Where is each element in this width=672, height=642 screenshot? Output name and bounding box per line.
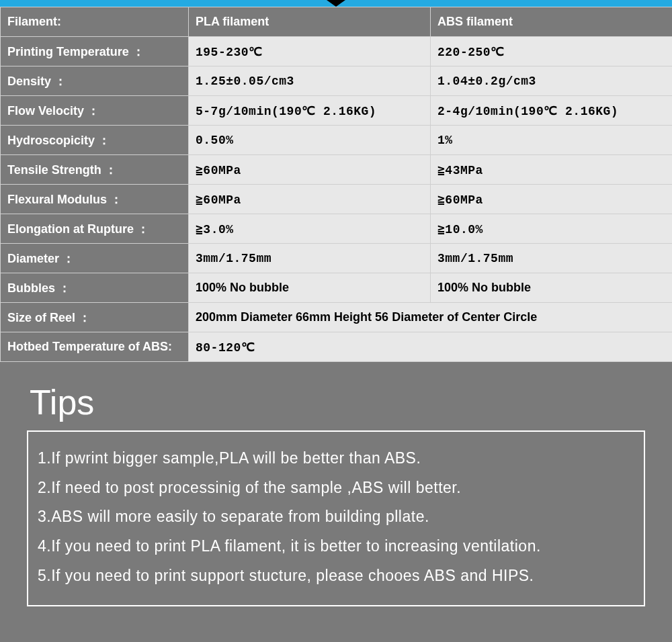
table-row: Density ：1.25±0.05/cm31.04±0.2g/cm3 <box>1 66 673 96</box>
table-row: Size of Reel ：200mm Diameter 66mm Height… <box>1 303 673 332</box>
tips-section: Tips 1.If pwrint bigger sample,PLA will … <box>0 362 672 606</box>
top-accent-bar <box>0 0 672 7</box>
cell-pla: ≧3.0% <box>189 214 431 244</box>
cell-abs: ≧10.0% <box>431 214 673 244</box>
row-label: Bubbles ： <box>1 273 189 303</box>
header-label: Filament: <box>1 7 189 37</box>
cell-pla: 0.50% <box>189 126 431 155</box>
tips-line: 3.ABS will more easily to separate from … <box>38 502 634 532</box>
table-row: Hydroscopicity ：0.50%1% <box>1 126 673 155</box>
table-row: Flexural Modulus ：≧60MPa≧60MPa <box>1 185 673 214</box>
cell-pla: 195-230℃ <box>189 37 431 66</box>
header-pla: PLA filament <box>189 7 431 37</box>
tips-line: 5.If you need to print support stucture,… <box>38 561 634 591</box>
cell-abs: 100% No bubble <box>431 273 673 303</box>
row-label: Elongation at Rupture ： <box>1 214 189 244</box>
cell-abs: ≧60MPa <box>431 185 673 214</box>
tips-title: Tips <box>30 382 645 422</box>
cell-abs: 1.04±0.2g/cm3 <box>431 66 673 96</box>
row-label: Flexural Modulus ： <box>1 185 189 214</box>
row-label: Tensile Strength ： <box>1 155 189 185</box>
cell-abs: ≧43MPa <box>431 155 673 185</box>
cell-pla: 100% No bubble <box>189 273 431 303</box>
cell-span: 80-120℃ <box>189 332 673 362</box>
tips-line: 2.If need to post processinig of the sam… <box>38 473 634 503</box>
header-abs: ABS filament <box>431 7 673 37</box>
cell-pla: ≧60MPa <box>189 155 431 185</box>
tips-line: 1.If pwrint bigger sample,PLA will be be… <box>38 444 634 473</box>
table-row: Flow Velocity ：5-7g/10min(190℃ 2.16KG)2-… <box>1 96 673 126</box>
row-label: Hydroscopicity ： <box>1 126 189 155</box>
cell-pla: 3mm/1.75mm <box>189 244 431 273</box>
cell-pla: 1.25±0.05/cm3 <box>189 66 431 96</box>
cell-abs: 220-250℃ <box>431 37 673 66</box>
row-label: Size of Reel ： <box>1 303 189 332</box>
table-row: Printing Temperature ：195-230℃220-250℃ <box>1 37 673 66</box>
cell-pla: ≧60MPa <box>189 185 431 214</box>
cell-span: 200mm Diameter 66mm Height 56 Diameter o… <box>189 303 673 332</box>
spec-table-body: Filament: PLA filament ABS filament Prin… <box>1 7 673 362</box>
row-label: Hotbed Temperature of ABS: <box>1 332 189 362</box>
tips-box: 1.If pwrint bigger sample,PLA will be be… <box>27 430 645 606</box>
row-label: Flow Velocity ： <box>1 96 189 126</box>
table-header-row: Filament: PLA filament ABS filament <box>1 7 673 37</box>
cell-pla: 5-7g/10min(190℃ 2.16KG) <box>189 96 431 126</box>
cell-abs: 1% <box>431 126 673 155</box>
table-row: Elongation at Rupture ：≧3.0%≧10.0% <box>1 214 673 244</box>
table-row: Tensile Strength ：≧60MPa≧43MPa <box>1 155 673 185</box>
cell-abs: 3mm/1.75mm <box>431 244 673 273</box>
row-label: Printing Temperature ： <box>1 37 189 66</box>
spec-table: Filament: PLA filament ABS filament Prin… <box>0 7 672 362</box>
table-row: Diameter ：3mm/1.75mm3mm/1.75mm <box>1 244 673 273</box>
row-label: Density ： <box>1 66 189 96</box>
tips-line: 4.If you need to print PLA filament, it … <box>38 532 634 561</box>
row-label: Diameter ： <box>1 244 189 273</box>
cell-abs: 2-4g/10min(190℃ 2.16KG) <box>431 96 673 126</box>
table-row: Hotbed Temperature of ABS:80-120℃ <box>1 332 673 362</box>
table-row: Bubbles ：100% No bubble100% No bubble <box>1 273 673 303</box>
